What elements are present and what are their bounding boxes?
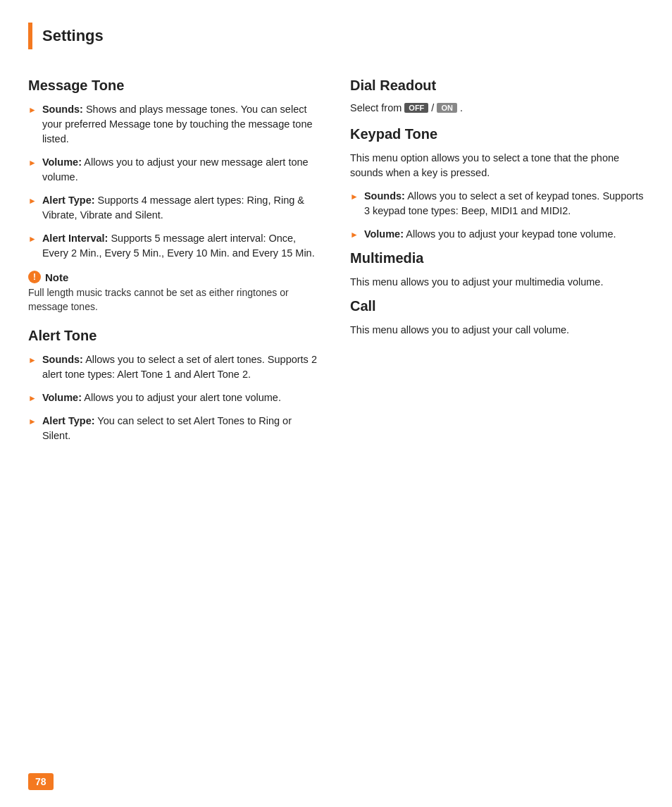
message-tone-title: Message Tone bbox=[28, 78, 322, 94]
list-item: ► Sounds: Allows you to select a set of … bbox=[28, 352, 322, 382]
dial-readout-slash: / bbox=[431, 102, 434, 113]
left-column: Message Tone ► Sounds: Shows and plays m… bbox=[28, 78, 322, 452]
bullet-arrow-icon: ► bbox=[28, 393, 37, 405]
bullet-arrow-icon: ► bbox=[28, 233, 37, 245]
note-box: ! Note Full length music tracks cannot b… bbox=[28, 271, 322, 314]
list-item: ► Alert Type: Supports 4 message alert t… bbox=[28, 193, 322, 223]
list-item: ► Volume: Allows you to adjust your aler… bbox=[28, 390, 322, 405]
call-title: Call bbox=[350, 298, 644, 314]
alert-tone-section: Alert Tone ► Sounds: Allows you to selec… bbox=[28, 328, 322, 443]
dial-readout-prefix: Select from bbox=[350, 102, 402, 113]
note-body: Full length music tracks cannot be set a… bbox=[28, 286, 322, 314]
bullet-text: Sounds: Allows you to select a set of al… bbox=[42, 352, 322, 382]
bullet-arrow-icon: ► bbox=[28, 416, 37, 428]
bullet-text: Sounds: Allows you to select a set of ke… bbox=[364, 189, 644, 218]
list-item: ► Volume: Allows you to adjust your new … bbox=[28, 155, 322, 185]
header-bar bbox=[28, 23, 32, 49]
multimedia-section: Multimedia This menu allows you to adjus… bbox=[350, 250, 644, 290]
dial-readout-suffix: . bbox=[460, 102, 463, 113]
alert-tone-list: ► Sounds: Allows you to select a set of … bbox=[28, 352, 322, 443]
multimedia-title: Multimedia bbox=[350, 250, 644, 266]
message-tone-list: ► Sounds: Shows and plays message tones.… bbox=[28, 102, 322, 261]
page-content: Message Tone ► Sounds: Shows and plays m… bbox=[0, 63, 672, 494]
right-column: Dial Readout Select from OFF / ON . Keyp… bbox=[350, 78, 644, 452]
keypad-tone-title: Keypad Tone bbox=[350, 126, 644, 142]
badge-on: ON bbox=[437, 103, 457, 113]
list-item: ► Volume: Allows you to adjust your keyp… bbox=[350, 227, 644, 242]
bullet-text: Sounds: Shows and plays message tones. Y… bbox=[42, 102, 322, 147]
list-item: ► Alert Type: You can select to set Aler… bbox=[28, 414, 322, 443]
note-title: ! Note bbox=[28, 271, 322, 283]
bullet-arrow-icon: ► bbox=[28, 104, 37, 116]
message-tone-section: Message Tone ► Sounds: Shows and plays m… bbox=[28, 78, 322, 314]
bullet-arrow-icon: ► bbox=[28, 355, 37, 366]
dial-readout-title: Dial Readout bbox=[350, 78, 644, 94]
list-item: ► Sounds: Shows and plays message tones.… bbox=[28, 102, 322, 147]
call-desc: This menu allows you to adjust your call… bbox=[350, 323, 644, 338]
dial-readout-row: Select from OFF / ON . bbox=[350, 102, 644, 113]
bullet-arrow-icon: ► bbox=[28, 195, 37, 207]
badge-off: OFF bbox=[404, 103, 428, 113]
bullet-arrow-icon: ► bbox=[350, 229, 359, 241]
bullet-text: Volume: Allows you to adjust your alert … bbox=[42, 390, 281, 405]
note-icon: ! bbox=[28, 271, 41, 283]
bullet-arrow-icon: ► bbox=[350, 191, 359, 203]
page-number: 78 bbox=[28, 773, 54, 790]
keypad-tone-list: ► Sounds: Allows you to select a set of … bbox=[350, 189, 644, 242]
dial-readout-section: Dial Readout Select from OFF / ON . bbox=[350, 78, 644, 113]
multimedia-desc: This menu allows you to adjust your mult… bbox=[350, 275, 644, 290]
page-title: Settings bbox=[42, 27, 104, 45]
bullet-text: Alert Type: You can select to set Alert … bbox=[42, 414, 322, 443]
bullet-text: Volume: Allows you to adjust your new me… bbox=[42, 155, 322, 185]
bullet-arrow-icon: ► bbox=[28, 157, 37, 169]
bullet-text: Alert Interval: Supports 5 message alert… bbox=[42, 231, 322, 261]
alert-tone-title: Alert Tone bbox=[28, 328, 322, 344]
bullet-text: Alert Type: Supports 4 message alert typ… bbox=[42, 193, 322, 223]
keypad-tone-desc: This menu option allows you to select a … bbox=[350, 151, 644, 180]
keypad-tone-section: Keypad Tone This menu option allows you … bbox=[350, 126, 644, 242]
list-item: ► Alert Interval: Supports 5 message ale… bbox=[28, 231, 322, 261]
page-header: Settings bbox=[0, 0, 672, 63]
call-section: Call This menu allows you to adjust your… bbox=[350, 298, 644, 338]
list-item: ► Sounds: Allows you to select a set of … bbox=[350, 189, 644, 218]
bullet-text: Volume: Allows you to adjust your keypad… bbox=[364, 227, 616, 242]
